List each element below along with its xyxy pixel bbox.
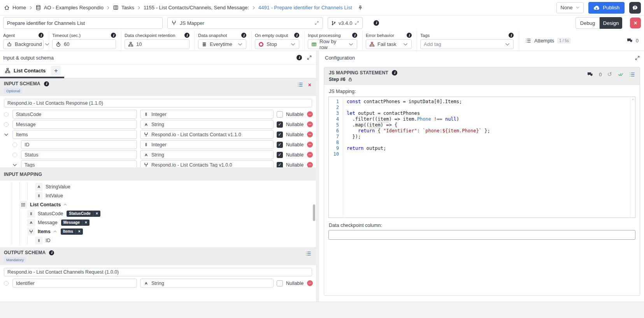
mapping-tree-item[interactable]: A StringValue xyxy=(0,182,316,191)
agent-select[interactable]: Background xyxy=(3,39,44,49)
task-type-field[interactable]: JS Mapper xyxy=(167,17,323,29)
field-name-input[interactable] xyxy=(21,140,137,149)
info-icon[interactable]: i xyxy=(374,20,379,26)
code-editor[interactable]: 12345678910 const contactPhones = inputD… xyxy=(328,97,635,218)
field-name-input[interactable] xyxy=(21,160,137,167)
nullable-checkbox[interactable]: ✓ xyxy=(277,152,283,158)
code-line[interactable] xyxy=(347,105,630,111)
remove-field-icon[interactable] xyxy=(307,280,313,286)
info-icon[interactable]: i xyxy=(49,250,54,255)
list-menu-icon[interactable] xyxy=(305,251,311,257)
chevron-up-icon[interactable] xyxy=(63,202,67,207)
field-type[interactable]: Integer xyxy=(140,110,274,119)
field-type[interactable]: Respond.io - List Contacts Contact v1.1.… xyxy=(140,130,274,139)
info-icon[interactable]: i xyxy=(39,33,44,38)
mapping-tree-item[interactable]: A Message Message × xyxy=(0,218,316,227)
info-icon[interactable]: i xyxy=(184,33,190,38)
code-line[interactable] xyxy=(347,151,630,157)
tags-select[interactable]: Add tag xyxy=(420,39,514,49)
field-radio[interactable] xyxy=(4,281,9,286)
remove-field-icon[interactable] xyxy=(307,142,313,148)
info-icon[interactable]: i xyxy=(509,33,514,38)
output-schema-ref-input[interactable] xyxy=(4,268,312,276)
input-processing-select[interactable]: Row by row xyxy=(308,39,357,49)
info-icon[interactable]: i xyxy=(294,33,299,38)
editor-code-area[interactable]: const contactPhones = inputData[0].Items… xyxy=(343,97,630,218)
mapping-tree-item[interactable]: List Contacts xyxy=(0,200,316,209)
nullable-checkbox[interactable] xyxy=(277,111,283,118)
info-icon[interactable]: i xyxy=(352,33,357,38)
code-line[interactable]: }); xyxy=(347,134,630,140)
expand-icon[interactable] xyxy=(307,55,312,60)
breadcrumb-item[interactable]: AO - Examples Respondio xyxy=(44,5,104,11)
info-icon[interactable]: i xyxy=(297,55,302,60)
code-line[interactable]: .map((item) => { xyxy=(347,122,630,128)
field-name-input[interactable] xyxy=(12,110,137,119)
on-empty-output-select[interactable]: Stop xyxy=(255,39,299,49)
task-name-input[interactable] xyxy=(3,17,163,29)
info-icon[interactable]: i xyxy=(44,81,49,86)
nullable-checkbox[interactable]: ✓ xyxy=(277,121,283,128)
error-behavior-select[interactable]: Fail task xyxy=(366,39,412,49)
scroll-up-icon[interactable] xyxy=(631,98,635,101)
code-line[interactable]: const contactPhones = inputData[0].Items… xyxy=(347,99,630,105)
code-line[interactable]: .filter((item) => item.Phone !== null) xyxy=(347,116,630,122)
info-icon[interactable]: i xyxy=(241,33,246,38)
nullable-checkbox[interactable]: ✓ xyxy=(277,162,283,168)
mapping-tree-item[interactable]: ID xyxy=(0,236,316,245)
field-type[interactable]: AString xyxy=(140,120,274,129)
remove-tag-icon[interactable]: × xyxy=(82,220,89,226)
field-type[interactable]: AString xyxy=(140,150,274,159)
field-radio[interactable] xyxy=(12,153,17,157)
code-line[interactable]: return { "Identifier": `phone:${item.Pho… xyxy=(347,128,630,134)
field-name-input[interactable] xyxy=(12,130,137,139)
pin-icon[interactable] xyxy=(358,5,363,11)
chevron-down-icon[interactable] xyxy=(4,132,9,137)
field-name-input[interactable] xyxy=(12,279,137,288)
breadcrumb-item[interactable]: Home xyxy=(12,5,26,11)
expand-icon[interactable] xyxy=(314,21,319,25)
data-checkpoint-retention-input[interactable]: 10 xyxy=(125,39,190,49)
editor-scrollbar[interactable] xyxy=(630,97,635,218)
remove-field-icon[interactable] xyxy=(307,132,313,137)
checkpoint-column-input[interactable] xyxy=(328,230,635,240)
remove-field-icon[interactable] xyxy=(307,152,313,158)
breadcrumb-item[interactable]: 4491 - Prepare identifier for Channels L… xyxy=(258,5,352,11)
timeout-sec--input[interactable]: 60 xyxy=(52,39,116,49)
mapping-tree-item[interactable]: Items Items × xyxy=(0,227,316,236)
code-line[interactable]: let output = contactPhones xyxy=(347,111,630,116)
breadcrumb-item[interactable]: Tasks xyxy=(121,5,134,11)
comments-control[interactable]: 0 xyxy=(626,37,644,44)
field-radio[interactable] xyxy=(12,142,17,147)
data-snapshot-select[interactable]: Everytime xyxy=(198,39,246,49)
remove-tag-icon[interactable]: × xyxy=(93,211,100,217)
double-check-icon[interactable] xyxy=(618,72,624,77)
mapping-tree-item[interactable]: IntValue xyxy=(0,191,316,200)
publish-button[interactable]: Publish xyxy=(588,2,625,14)
code-line[interactable]: return output; xyxy=(347,146,630,151)
breadcrumb-item[interactable]: 1155 - List Contacts/Channels, Send Mess… xyxy=(144,5,249,11)
chevron-down-icon[interactable] xyxy=(12,162,18,168)
tab-list-contacts[interactable]: List Contacts xyxy=(0,65,51,77)
info-icon[interactable]: i xyxy=(407,33,412,38)
chevron-up-icon[interactable] xyxy=(53,229,57,234)
field-radio[interactable] xyxy=(4,112,9,117)
nullable-checkbox[interactable]: ✓ xyxy=(277,132,283,138)
info-icon[interactable]: i xyxy=(111,33,116,38)
field-type[interactable]: AString xyxy=(140,279,274,288)
attempts-control[interactable]: Attempts 1 / 5s xyxy=(519,38,571,44)
design-tab-button[interactable]: Design xyxy=(600,17,622,29)
nullable-checkbox[interactable] xyxy=(277,280,283,286)
help-chat-button[interactable]: ? xyxy=(629,2,641,14)
close-button[interactable]: × xyxy=(630,18,641,28)
field-type[interactable]: Integer xyxy=(140,140,274,149)
environment-select[interactable]: None xyxy=(556,2,584,13)
field-type[interactable]: Respond.io - List Contacts Tag v1.0.0 xyxy=(140,160,274,167)
field-name-input[interactable] xyxy=(12,120,137,129)
close-schema-icon[interactable]: × xyxy=(308,82,311,88)
list-menu-icon[interactable] xyxy=(297,82,303,88)
undo-icon[interactable]: ↺ xyxy=(607,72,612,77)
debug-tab-button[interactable]: Debug xyxy=(576,17,600,29)
comments-icon[interactable] xyxy=(586,71,593,77)
remove-field-icon[interactable] xyxy=(307,162,313,167)
